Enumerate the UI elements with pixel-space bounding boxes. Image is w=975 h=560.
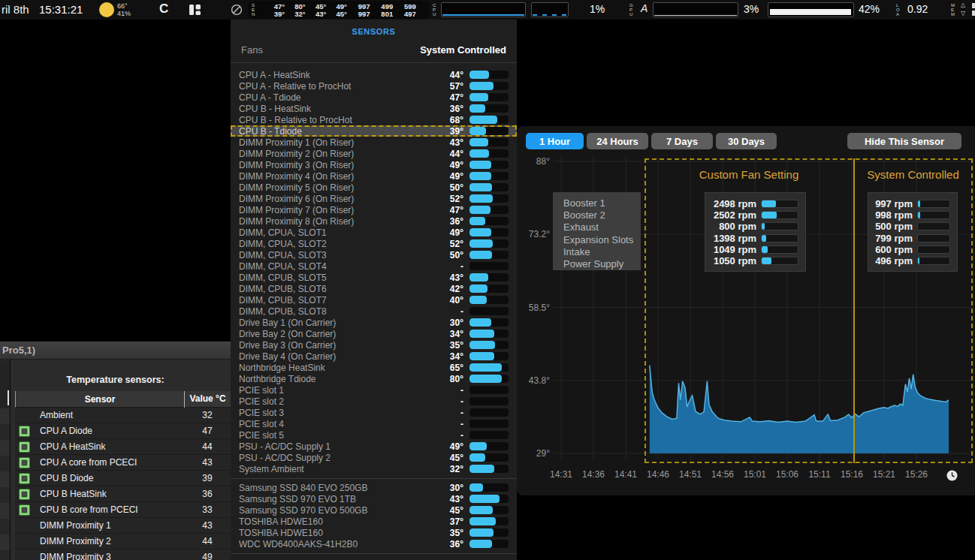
cpu-cores-graph[interactable] [531, 2, 569, 17]
sensor-row[interactable]: DIMM, CPUB, SLOT7 40° [231, 294, 517, 306]
table-heading: Temperature sensors: [0, 375, 231, 385]
table-row[interactable]: CPU A HeatSink 44 [15, 439, 231, 455]
clock-icon[interactable] [946, 470, 958, 484]
sensor-row[interactable]: PCIE slot 2 - [231, 396, 517, 407]
range-button-1-hour[interactable]: 1 Hour [526, 133, 584, 149]
sensor-level-bar [469, 206, 509, 214]
weather-sun-icon[interactable] [99, 2, 114, 17]
memory-percent[interactable]: 42% [859, 3, 880, 15]
sensor-level-bar [469, 183, 509, 191]
sensor-row[interactable]: DIMM Proximity 3 (On Riser) 49° [231, 159, 517, 170]
fans-mode-value[interactable]: System Controlled [420, 44, 506, 56]
fan-rpm-row: 998 rpm [868, 209, 957, 221]
sensor-row[interactable]: PCIE slot 5 - [231, 429, 517, 441]
cleaner-app-icon[interactable]: C [159, 2, 168, 17]
sensor-row[interactable]: DIMM, CPUA, SLOT3 50° [231, 249, 517, 260]
sensor-row[interactable]: Drive Bay 2 (On Carrier) 34° [231, 328, 517, 339]
table-row[interactable]: CPU B HeatSink 36 [15, 486, 231, 502]
weather-readout[interactable]: 66° 41% [117, 2, 131, 17]
sensor-row[interactable]: Samsung SSD 970 EVO 500GB 45° [231, 504, 517, 516]
sensor-value: 34° [432, 351, 463, 362]
sensor-row[interactable]: PCIE slot 1 - [231, 384, 517, 396]
memory-graph[interactable] [768, 2, 854, 17]
sensor-name: CPU B - HeatSink [239, 104, 432, 114]
sensor-row[interactable]: CPU B - Tdiode 39° [231, 125, 517, 137]
sensor-row[interactable]: CPU A - Tdiode 47° [231, 92, 517, 103]
sensor-row[interactable]: CPU A - Relative to ProcHot 57° [231, 80, 517, 92]
sensor-row[interactable]: DIMM, CPUA, SLOT2 52° [231, 238, 517, 249]
menu-bar: ril 8th 15:31:21 66° 41% C S E N 47° 80°… [0, 0, 975, 20]
sensor-row[interactable]: PCIE slot 3 - [231, 407, 517, 418]
range-button-24-hours[interactable]: 24 Hours [587, 133, 648, 149]
sensor-row[interactable]: Northbridge Tdiode 80° [231, 373, 517, 384]
gpu-percent[interactable]: 3% [744, 3, 759, 15]
row-sensor-name: CPU B Diode [40, 473, 184, 483]
sensor-row[interactable]: DIMM Proximity 1 (On Riser) 43° [231, 137, 517, 148]
table-row[interactable]: DIMM Proximity 1 43 [15, 518, 231, 534]
fan-rpm-bar [917, 200, 950, 208]
sensor-row[interactable]: Drive Bay 4 (On Carrier) 34° [231, 351, 517, 362]
hide-this-sensor-button[interactable]: Hide This Sensor [847, 133, 961, 149]
table-row[interactable]: CPU A Diode 47 [15, 423, 231, 439]
range-button-30-days[interactable]: 30 Days [716, 133, 777, 149]
window-panes-icon[interactable] [189, 4, 201, 19]
table-row[interactable]: CPU B core from PCECI 33 [15, 502, 231, 518]
table-row[interactable]: CPU B Diode 39 [15, 471, 231, 486]
sensor-row[interactable]: DIMM Proximity 7 (On Riser) 47° [231, 204, 517, 215]
do-not-disturb-icon[interactable] [231, 4, 243, 19]
gpu-history-graph[interactable] [653, 2, 738, 17]
table-header: Sensor Value °C [15, 391, 231, 408]
sensor-level-bar [469, 251, 509, 259]
sensor-row[interactable]: DIMM, CPUA, SLOT1 49° [231, 227, 517, 238]
fan-rpm-value: 600 rpm [875, 244, 913, 255]
table-row[interactable]: Ambient 32 [15, 408, 231, 423]
sensor-row[interactable]: WDC WD6400AAKS-41H2B0 36° [231, 538, 517, 549]
load-average-value[interactable]: 0.92 [907, 3, 928, 15]
side-mini-pane[interactable] [0, 360, 11, 560]
sensor-row[interactable]: DIMM, CPUA, SLOT4 - [231, 260, 517, 272]
sensor-row[interactable]: DIMM Proximity 5 (On Riser) 50° [231, 182, 517, 193]
sensor-name: DIMM, CPUA, SLOT2 [239, 239, 432, 249]
sensor-row[interactable]: PSU - AC/DC Supply 2 45° [231, 452, 517, 463]
fan-rpm-bar [761, 234, 798, 242]
row-sensor-value: 43 [184, 457, 231, 468]
sensor-row[interactable]: DIMM, CPUB, SLOT5 43° [231, 272, 517, 283]
menubar-sensors-widget[interactable]: S E N 47° 80° 45° 49° 997 499 599 39° 32… [248, 1, 430, 19]
sensor-level-bar [469, 116, 509, 124]
sensor-row[interactable]: Samsung SSD 840 EVO 250GB 30° [231, 482, 517, 493]
sensor-row[interactable]: DIMM, CPUB, SLOT6 42° [231, 283, 517, 294]
svg-text:15:21: 15:21 [873, 469, 895, 480]
sensor-row[interactable]: TOSHIBA HDWE160 37° [231, 516, 517, 527]
sensor-row[interactable]: System Ambient 32° [231, 463, 517, 474]
column-header-sensor[interactable]: Sensor [16, 394, 184, 405]
table-row[interactable]: CPU A core from PCECI 43 [15, 455, 231, 471]
menubar-clock[interactable]: 15:31:21 [39, 3, 83, 16]
sensor-row[interactable]: Drive Bay 3 (On Carrier) 35° [231, 339, 517, 351]
table-row[interactable]: DIMM Proximity 3 49 [15, 549, 231, 560]
sensor-row[interactable]: CPU B - Relative to ProcHot 68° [231, 114, 517, 125]
range-button-7-days[interactable]: 7 Days [651, 133, 713, 149]
sensor-row[interactable]: DIMM Proximity 2 (On Riser) 44° [231, 148, 517, 159]
sensor-value: 44° [432, 70, 463, 80]
cpu-history-graph[interactable] [441, 2, 526, 17]
sensor-row[interactable]: DIMM, CPUB, SLOT8 - [231, 306, 517, 317]
cpu-percent[interactable]: 1% [590, 3, 605, 15]
sensor-row[interactable]: PCIE slot 4 - [231, 418, 517, 429]
window-title[interactable]: Pro5,1) [0, 342, 231, 360]
sensor-row[interactable]: TOSHIBA HDWE160 35° [231, 527, 517, 538]
sensor-row[interactable]: PSU - AC/DC Supply 1 49° [231, 441, 517, 452]
sensor-name: CPU B - Tdiode [239, 126, 432, 137]
column-header-value[interactable]: Value °C [184, 391, 231, 408]
sensor-row[interactable]: CPU A - HeatSink 44° [231, 69, 517, 80]
sensor-row[interactable]: Drive Bay 1 (On Carrier) 30° [231, 317, 517, 328]
sensor-row[interactable]: DIMM Proximity 8 (On Riser) 36° [231, 215, 517, 227]
sensor-row[interactable]: DIMM Proximity 6 (On Riser) 52° [231, 193, 517, 204]
menubar-date[interactable]: ril 8th [2, 3, 29, 16]
sensor-row[interactable]: Northbridge HeatSink 65° [231, 362, 517, 373]
sen-values-row-2: 39° 32° 43° 45° 997 801 497 [266, 10, 416, 18]
sensor-row[interactable]: DIMM Proximity 4 (On Riser) 49° [231, 170, 517, 182]
sensor-row[interactable]: CPU B - HeatSink 36° [231, 103, 517, 114]
table-row[interactable]: DIMM Proximity 2 44 [15, 534, 231, 549]
scrollbar-thumb[interactable] [8, 390, 9, 405]
sensor-row[interactable]: Samsung SSD 970 EVO 1TB 43° [231, 493, 517, 504]
